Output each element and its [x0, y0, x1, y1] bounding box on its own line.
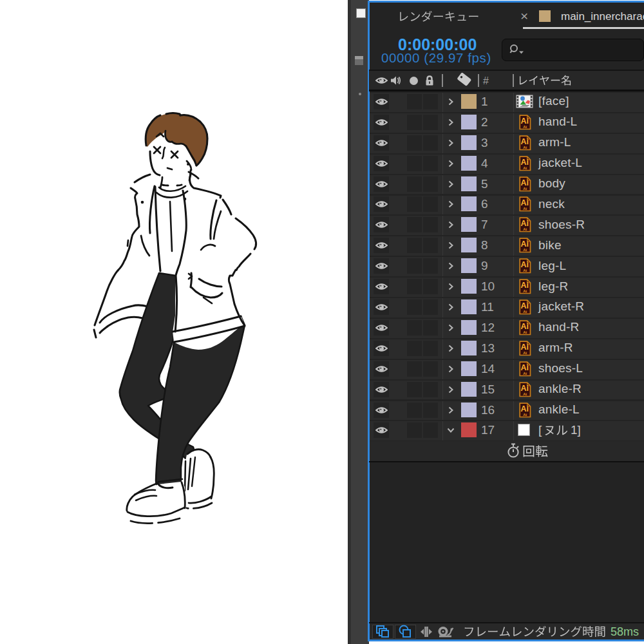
svg-text:Ai: Ai: [523, 413, 527, 417]
svg-text:Ai: Ai: [523, 227, 527, 231]
svg-text:Ai: Ai: [523, 310, 527, 314]
svg-text:Ai: Ai: [523, 289, 527, 293]
svg-text:Ai: Ai: [523, 248, 527, 252]
svg-text:Ai: Ai: [523, 207, 527, 211]
svg-text:Ai: Ai: [523, 187, 527, 191]
svg-text:Ai: Ai: [523, 166, 527, 170]
svg-text:Ai: Ai: [523, 125, 527, 129]
svg-text:Ai: Ai: [523, 146, 527, 149]
svg-text:Ai: Ai: [523, 351, 527, 355]
svg-text:Ai: Ai: [523, 372, 527, 375]
svg-text:Ai: Ai: [523, 269, 527, 272]
svg-text:Ai: Ai: [523, 392, 527, 396]
svg-text:Ai: Ai: [523, 330, 527, 334]
